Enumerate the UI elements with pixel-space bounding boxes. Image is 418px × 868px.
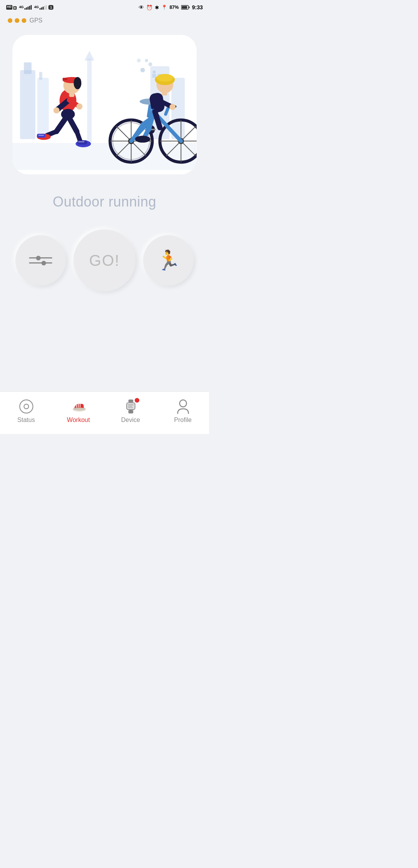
- svg-point-18: [153, 71, 156, 74]
- status-nav-icon-container: [19, 399, 34, 414]
- signal-bars-1: [24, 5, 32, 10]
- nav-label-workout: Workout: [67, 417, 90, 424]
- workout-nav-icon-container: [71, 399, 86, 414]
- svg-rect-7: [87, 59, 92, 143]
- svg-point-14: [140, 68, 145, 72]
- gps-dot-2: [15, 18, 19, 23]
- hd1-badge: HD: [6, 5, 12, 10]
- svg-point-15: [149, 62, 152, 66]
- profile-nav-icon-container: [175, 399, 191, 414]
- bluetooth-icon: ✱: [155, 5, 159, 10]
- svg-point-16: [145, 59, 148, 62]
- status-target-icon: [19, 400, 33, 413]
- svg-rect-78: [128, 400, 133, 402]
- svg-rect-2: [182, 6, 187, 9]
- nav-label-profile: Profile: [174, 417, 192, 424]
- gps-dots: [8, 18, 26, 23]
- settings-sliders-icon: [29, 257, 52, 264]
- svg-marker-8: [85, 51, 95, 60]
- svg-point-29: [53, 107, 60, 114]
- gps-dot-3: [22, 18, 26, 23]
- nav-item-status[interactable]: Status: [0, 399, 52, 424]
- nav-item-profile[interactable]: Profile: [157, 399, 209, 424]
- svg-point-70: [170, 104, 176, 110]
- slider-line-1: [29, 257, 52, 258]
- svg-rect-10: [152, 74, 156, 78]
- svg-rect-23: [63, 78, 67, 80]
- battery-icon: [181, 5, 190, 10]
- activity-illustration: [12, 35, 196, 174]
- go-button[interactable]: GO!: [74, 229, 135, 291]
- svg-line-35: [69, 118, 77, 132]
- device-nav-icon-container: [123, 399, 139, 414]
- location-icon: 📍: [161, 5, 167, 10]
- shoe-icon: [71, 399, 86, 414]
- slider-line-2: [29, 262, 52, 264]
- activity-label: Outdoor running: [0, 182, 209, 218]
- network-4g2: 4G: [34, 5, 39, 10]
- alarm-icon: ⏰: [146, 5, 152, 10]
- notification-badge: 1: [48, 5, 53, 10]
- svg-rect-83: [128, 406, 132, 406]
- svg-rect-82: [128, 404, 133, 405]
- svg-point-24: [74, 77, 82, 90]
- svg-line-31: [57, 118, 66, 132]
- runner-icon: 🏃: [156, 249, 180, 272]
- nav-item-device[interactable]: Device: [104, 399, 157, 424]
- svg-rect-5: [38, 78, 49, 139]
- svg-rect-25: [69, 92, 75, 97]
- activity-type-button[interactable]: 🏃: [143, 235, 194, 286]
- svg-point-73: [135, 136, 151, 143]
- svg-rect-77: [73, 408, 85, 410]
- svg-point-85: [180, 400, 187, 407]
- svg-rect-3: [20, 70, 36, 139]
- nav-label-device: Device: [121, 417, 140, 424]
- hero-illustration-area: [0, 27, 209, 182]
- hd2-badge: B: [13, 6, 17, 10]
- status-bar-left: HD B 4G 4G 1: [6, 5, 53, 10]
- svg-rect-1: [188, 7, 190, 8]
- svg-rect-68: [162, 91, 167, 95]
- status-bar-right: 👁 ⏰ ✱ 📍 87% 9:33: [139, 4, 203, 10]
- svg-point-17: [137, 59, 141, 62]
- gps-bar: GPS: [0, 14, 209, 27]
- slider-dot-1: [36, 256, 41, 260]
- time-display: 9:33: [192, 4, 203, 10]
- nav-item-workout[interactable]: Workout: [52, 399, 104, 424]
- signal-indicators: HD B 4G 4G: [6, 5, 47, 10]
- go-label: GO!: [89, 252, 120, 269]
- svg-point-67: [157, 74, 174, 82]
- slider-dot-2: [41, 261, 46, 265]
- svg-rect-38: [78, 140, 87, 145]
- svg-rect-84: [128, 407, 133, 408]
- eye-icon: 👁: [139, 4, 144, 10]
- device-notification-dot: [135, 398, 139, 403]
- svg-rect-4: [24, 62, 32, 74]
- svg-rect-81: [128, 410, 133, 413]
- profile-person-icon: [176, 399, 190, 414]
- gps-label: GPS: [29, 17, 43, 24]
- network-4g1: 4G: [19, 5, 24, 10]
- svg-rect-6: [39, 72, 43, 80]
- hero-card: [12, 35, 196, 174]
- nav-label-status: Status: [17, 417, 35, 424]
- svg-point-28: [77, 103, 83, 110]
- bottom-navigation: Status Workout: [0, 391, 209, 434]
- gps-dot-1: [8, 18, 12, 23]
- status-bar: HD B 4G 4G 1: [0, 0, 209, 14]
- action-buttons-row: GO! 🏃: [0, 222, 209, 299]
- signal-bars-2: [39, 5, 47, 10]
- battery-percentage: 87%: [170, 5, 179, 10]
- settings-button[interactable]: [15, 235, 66, 286]
